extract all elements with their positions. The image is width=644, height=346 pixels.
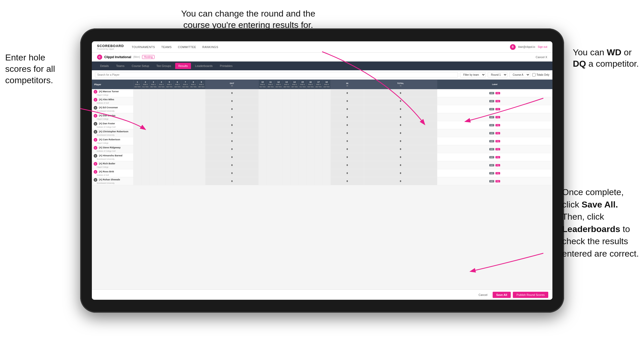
hole-11-score[interactable] bbox=[267, 105, 275, 113]
hole-14-input[interactable] bbox=[291, 100, 298, 102]
hole-10-score[interactable] bbox=[258, 105, 267, 113]
hole-6-score[interactable] bbox=[173, 113, 181, 121]
hole-16-input[interactable] bbox=[307, 108, 314, 110]
hole-12-input[interactable] bbox=[276, 132, 282, 134]
hole-2-score[interactable] bbox=[141, 105, 149, 113]
hole-4-score[interactable] bbox=[157, 113, 165, 121]
wd-button[interactable]: WD bbox=[489, 180, 494, 182]
hole-17-score[interactable] bbox=[315, 145, 323, 153]
hole-12-score[interactable] bbox=[275, 105, 283, 113]
hole-15-score[interactable] bbox=[299, 137, 307, 145]
hole-1-input[interactable] bbox=[134, 108, 140, 110]
hole-13-input[interactable] bbox=[283, 180, 290, 182]
hole-15-score[interactable] bbox=[299, 169, 307, 177]
hole-2-score[interactable] bbox=[141, 145, 149, 153]
tab-results[interactable]: Results bbox=[175, 63, 191, 69]
hole-16-input[interactable] bbox=[307, 132, 314, 134]
hole-2-input[interactable] bbox=[142, 172, 149, 174]
hole-18-input[interactable] bbox=[323, 100, 330, 102]
hole-7-score[interactable] bbox=[181, 137, 189, 145]
hole-13-input[interactable] bbox=[283, 140, 290, 142]
hole-7-score[interactable] bbox=[181, 105, 189, 113]
hole-3-score[interactable] bbox=[149, 169, 157, 177]
hole-2-score[interactable] bbox=[141, 97, 149, 105]
hole-13-score[interactable] bbox=[283, 89, 291, 97]
hole-1-score[interactable] bbox=[134, 137, 142, 145]
hole-5-input[interactable] bbox=[166, 100, 173, 102]
hole-5-input[interactable] bbox=[166, 180, 173, 182]
hole-4-score[interactable] bbox=[157, 145, 165, 153]
hole-13-input[interactable] bbox=[283, 132, 290, 134]
hole-14-input[interactable] bbox=[291, 92, 298, 94]
hole-18-score[interactable] bbox=[322, 161, 330, 169]
hole-6-score[interactable] bbox=[173, 121, 181, 129]
hole-4-input[interactable] bbox=[158, 180, 165, 182]
hole-18-score[interactable] bbox=[322, 89, 330, 97]
hole-11-score[interactable] bbox=[267, 129, 275, 137]
hole-3-input[interactable] bbox=[150, 180, 157, 182]
hole-18-score[interactable] bbox=[322, 145, 330, 153]
hole-17-score[interactable] bbox=[315, 89, 323, 97]
nav-tournaments[interactable]: TOURNAMENTS bbox=[132, 45, 155, 49]
sign-out-link[interactable]: Sign out bbox=[538, 45, 547, 48]
dq-button[interactable]: DQ bbox=[495, 140, 500, 142]
hole-15-input[interactable] bbox=[299, 116, 306, 118]
wd-button[interactable]: WD bbox=[489, 100, 494, 102]
hole-6-input[interactable] bbox=[174, 100, 181, 102]
hole-17-score[interactable] bbox=[315, 121, 323, 129]
hole-9-score[interactable] bbox=[197, 121, 205, 129]
hole-7-input[interactable] bbox=[182, 92, 188, 94]
hole-18-input[interactable] bbox=[323, 140, 330, 142]
hole-7-input[interactable] bbox=[182, 140, 188, 142]
hole-8-input[interactable] bbox=[190, 132, 196, 134]
hole-18-input[interactable] bbox=[323, 172, 330, 174]
hole-12-input[interactable] bbox=[276, 108, 282, 110]
hole-11-score[interactable] bbox=[267, 153, 275, 161]
hole-16-score[interactable] bbox=[307, 129, 315, 137]
hole-6-input[interactable] bbox=[174, 132, 181, 134]
hole-11-input[interactable] bbox=[268, 92, 274, 94]
hole-5-input[interactable] bbox=[166, 140, 173, 142]
hole-10-score[interactable] bbox=[258, 169, 267, 177]
hole-4-score[interactable] bbox=[157, 137, 165, 145]
hole-17-score[interactable] bbox=[315, 169, 323, 177]
hole-1-input[interactable] bbox=[134, 132, 140, 134]
hole-2-input[interactable] bbox=[142, 180, 149, 182]
hole-10-input[interactable] bbox=[260, 164, 266, 166]
hole-8-score[interactable] bbox=[189, 97, 197, 105]
save-all-button[interactable]: Save All bbox=[493, 292, 511, 298]
hole-9-score[interactable] bbox=[197, 89, 205, 97]
course-select[interactable]: Course A bbox=[509, 72, 530, 78]
nav-rankings[interactable]: RANKINGS bbox=[202, 45, 218, 49]
hole-9-input[interactable] bbox=[198, 100, 204, 102]
hole-15-score[interactable] bbox=[299, 177, 307, 185]
hole-14-score[interactable] bbox=[291, 169, 299, 177]
hole-8-input[interactable] bbox=[190, 108, 196, 110]
hole-3-input[interactable] bbox=[150, 108, 157, 110]
hole-7-input[interactable] bbox=[182, 100, 188, 102]
hole-16-input[interactable] bbox=[307, 100, 314, 102]
hole-12-input[interactable] bbox=[276, 116, 282, 118]
hole-9-input[interactable] bbox=[198, 124, 204, 126]
hole-8-score[interactable] bbox=[189, 121, 197, 129]
hole-14-input[interactable] bbox=[291, 180, 298, 182]
hole-2-input[interactable] bbox=[142, 132, 149, 134]
hole-8-input[interactable] bbox=[190, 124, 196, 126]
hole-2-score[interactable] bbox=[141, 113, 149, 121]
hole-4-score[interactable] bbox=[157, 97, 165, 105]
hole-10-score[interactable] bbox=[258, 129, 267, 137]
hole-17-input[interactable] bbox=[315, 180, 322, 182]
hole-1-score[interactable] bbox=[134, 105, 142, 113]
hole-10-input[interactable] bbox=[260, 116, 266, 118]
hole-18-score[interactable] bbox=[322, 121, 330, 129]
hole-11-score[interactable] bbox=[267, 169, 275, 177]
hole-12-score[interactable] bbox=[275, 89, 283, 97]
hole-2-input[interactable] bbox=[142, 124, 149, 126]
hole-3-score[interactable] bbox=[149, 105, 157, 113]
wd-button[interactable]: WD bbox=[489, 140, 494, 142]
hole-16-score[interactable] bbox=[307, 89, 315, 97]
hole-3-score[interactable] bbox=[149, 113, 157, 121]
hole-6-score[interactable] bbox=[173, 153, 181, 161]
hole-10-score[interactable] bbox=[258, 161, 267, 169]
hole-6-input[interactable] bbox=[174, 92, 181, 94]
